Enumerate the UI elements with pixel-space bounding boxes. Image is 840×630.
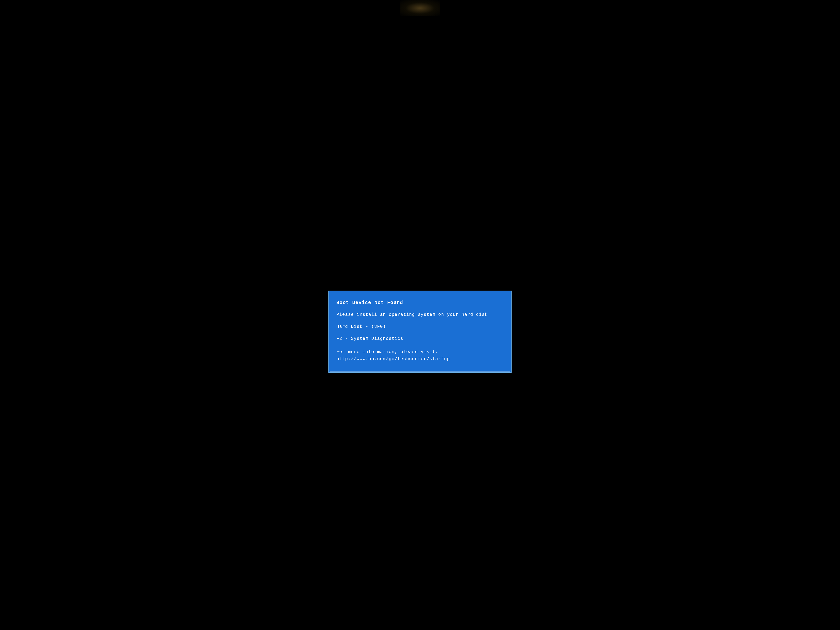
screen-container: Boot Device Not Found Please install an … [328, 291, 512, 373]
hp-support-url: http://www.hp.com/go/techcenter/startup [336, 356, 504, 362]
ambient-glow [399, 0, 441, 16]
install-os-message: Please install an operating system on yo… [336, 312, 504, 318]
error-box: Boot Device Not Found Please install an … [328, 291, 512, 373]
hard-disk-error-code: Hard Disk - (3F0) [336, 324, 504, 330]
boot-device-not-found-title: Boot Device Not Found [336, 299, 504, 306]
f2-diagnostics-hint: F2 - System Diagnostics [336, 336, 504, 342]
more-info-label: For more information, please visit: [336, 349, 504, 355]
